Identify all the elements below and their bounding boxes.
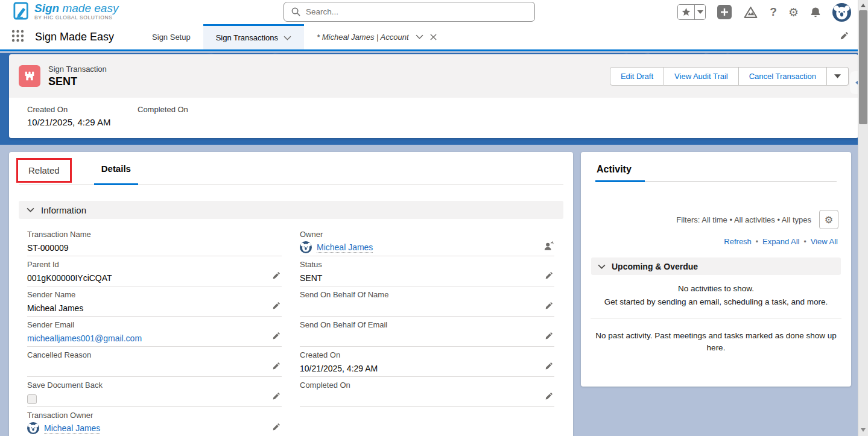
record-action-buttons: Edit Draft View Audit Trail Cancel Trans… bbox=[610, 67, 849, 86]
owner-link[interactable]: Micheal James bbox=[317, 242, 373, 253]
guidance-center-icon[interactable] bbox=[743, 6, 758, 19]
refresh-link[interactable]: Refresh bbox=[724, 237, 752, 246]
upcoming-overdue-section-header[interactable]: Upcoming & Overdue bbox=[591, 257, 841, 275]
transaction-owner-link[interactable]: Micheal James bbox=[44, 423, 100, 434]
sign-transaction-object-icon bbox=[19, 65, 40, 87]
edit-icon[interactable] bbox=[272, 423, 280, 431]
logo-subtitle: BY HIC GLOBAL SOLUTIONS bbox=[34, 14, 118, 21]
activity-settings-button[interactable]: ⚙ bbox=[819, 210, 838, 229]
tab-details[interactable]: Details bbox=[94, 152, 138, 185]
edit-icon[interactable] bbox=[272, 362, 280, 370]
favorites-split-button[interactable] bbox=[677, 4, 706, 20]
app-screen: Sign made easy BY HIC GLOBAL SOLUTIONS bbox=[0, 0, 868, 436]
edit-icon[interactable] bbox=[545, 392, 553, 400]
favorites-star-icon[interactable] bbox=[678, 5, 694, 19]
app-logo: Sign made easy BY HIC GLOBAL SOLUTIONS bbox=[13, 2, 118, 21]
record-title: SENT bbox=[48, 75, 107, 88]
field-row-send-on-behalf-of-email: Send On Behalf Of Email bbox=[300, 317, 554, 347]
avatar bbox=[300, 241, 312, 253]
detail-tabs: Related Details bbox=[19, 152, 563, 185]
more-actions-dropdown-button[interactable] bbox=[827, 67, 849, 86]
change-owner-icon[interactable] bbox=[543, 241, 554, 251]
field-row-transaction-owner: Transaction Owner Micheal James bbox=[27, 407, 282, 436]
no-activities-text: No activities to show. bbox=[581, 284, 851, 293]
page-scrollbar[interactable] bbox=[858, 0, 868, 436]
edit-draft-button[interactable]: Edit Draft bbox=[610, 67, 664, 86]
logo-document-icon bbox=[13, 2, 30, 21]
get-started-text: Get started by sending an email, schedul… bbox=[581, 297, 851, 306]
gear-icon: ⚙ bbox=[825, 214, 833, 226]
field-row-send-on-behalf-of-name: Send On Behalf Of Name bbox=[300, 286, 554, 317]
tab-sign-transactions[interactable]: Sign Transactions bbox=[203, 24, 304, 49]
record-header-card: Sign Transaction SENT Edit Draft View Au… bbox=[9, 54, 858, 138]
sender-email-link[interactable]: michealljames001@gmail.com bbox=[27, 333, 142, 343]
edit-icon[interactable] bbox=[545, 362, 553, 370]
view-audit-trail-button[interactable]: View Audit Trail bbox=[664, 67, 739, 86]
activity-panel: Activity Filters: All time • All activit… bbox=[581, 152, 851, 387]
activity-filters-text: Filters: All time • All activities • All… bbox=[676, 215, 811, 224]
edit-icon[interactable] bbox=[545, 332, 553, 340]
summary-completed-on-label: Completed On bbox=[138, 105, 248, 114]
tab-activity[interactable]: Activity bbox=[595, 162, 645, 182]
field-row-transaction-name: Transaction Name ST-000009 bbox=[27, 226, 282, 256]
upcoming-overdue-title: Upcoming & Overdue bbox=[612, 262, 698, 271]
field-row-sender-email: Sender Email michealljames001@gmail.com bbox=[27, 317, 282, 347]
edit-icon[interactable] bbox=[545, 271, 553, 280]
notifications-bell-icon[interactable] bbox=[810, 7, 821, 18]
edit-icon[interactable] bbox=[272, 302, 280, 310]
field-row-owner: Owner Micheal James bbox=[300, 226, 554, 256]
field-row-created-on: Created On 10/21/2025, 4:29 AM bbox=[300, 347, 554, 377]
app-name: Sign Made Easy bbox=[35, 31, 114, 43]
information-section-header[interactable]: Information bbox=[19, 201, 563, 219]
field-row-parent-id: Parent Id 001gK00000IYciCQAT bbox=[27, 256, 282, 286]
information-section-title: Information bbox=[41, 205, 86, 215]
view-all-link[interactable]: View All bbox=[811, 237, 838, 246]
cancel-transaction-button[interactable]: Cancel Transaction bbox=[739, 67, 827, 86]
link-separator: • bbox=[804, 238, 806, 246]
chevron-down-icon bbox=[834, 74, 841, 78]
edit-icon[interactable] bbox=[272, 271, 280, 280]
chevron-down-icon bbox=[598, 264, 606, 269]
field-row-completed-on: Completed On bbox=[300, 377, 554, 407]
field-row-cancelled-reason: Cancelled Reason bbox=[27, 347, 282, 377]
tab-related[interactable]: Related bbox=[16, 158, 72, 183]
chevron-down-icon bbox=[27, 207, 34, 212]
scroll-up-arrow[interactable] bbox=[858, 1, 868, 10]
activity-divider bbox=[591, 318, 841, 318]
summary-created-on-label: Created On bbox=[27, 105, 138, 114]
avatar bbox=[27, 422, 39, 434]
favorites-dropdown-icon[interactable] bbox=[694, 5, 705, 19]
edit-navigation-pencil-icon[interactable] bbox=[840, 31, 849, 43]
user-avatar[interactable] bbox=[832, 3, 851, 22]
chevron-down-icon[interactable] bbox=[284, 36, 291, 40]
record-object-label: Sign Transaction bbox=[48, 65, 107, 74]
search-input[interactable] bbox=[306, 7, 527, 16]
expand-all-link[interactable]: Expand All bbox=[762, 237, 799, 246]
chevron-down-icon[interactable] bbox=[416, 34, 423, 39]
link-separator: • bbox=[756, 238, 758, 246]
scrollbar-thumb[interactable] bbox=[859, 10, 867, 124]
scroll-down-arrow[interactable] bbox=[858, 425, 868, 435]
global-actions-plus-icon[interactable] bbox=[717, 5, 732, 19]
global-search[interactable] bbox=[284, 2, 535, 22]
edit-icon[interactable] bbox=[272, 332, 280, 340]
tab-micheal-james-account[interactable]: * Micheal James | Account bbox=[304, 24, 449, 49]
close-tab-icon[interactable] bbox=[430, 34, 437, 40]
field-row-sender-name: Sender Name Micheal James bbox=[27, 286, 282, 317]
field-row-status: Status SENT bbox=[300, 256, 554, 286]
summary-created-on-value: 10/21/2025, 4:29 AM bbox=[27, 117, 138, 127]
no-past-activity-text: No past activity. Past meetings and task… bbox=[595, 330, 837, 355]
app-navigation-bar: Sign Made Easy Sign Setup Sign Transacti… bbox=[0, 24, 868, 51]
tab-sign-setup[interactable]: Sign Setup bbox=[139, 24, 203, 49]
save-document-back-checkbox[interactable] bbox=[27, 394, 37, 404]
field-row-save-document-back: Save Document Back bbox=[27, 377, 282, 407]
app-launcher-icon[interactable] bbox=[11, 30, 24, 45]
logo-title: Sign made easy bbox=[34, 2, 118, 14]
search-icon bbox=[291, 7, 300, 16]
edit-icon[interactable] bbox=[545, 302, 553, 310]
edit-icon[interactable] bbox=[272, 392, 280, 400]
help-icon[interactable]: ? bbox=[770, 5, 777, 19]
record-detail-card: Related Details Information Transaction … bbox=[9, 152, 573, 436]
global-header: Sign made easy BY HIC GLOBAL SOLUTIONS bbox=[0, 0, 868, 24]
setup-gear-icon[interactable]: ⚙ bbox=[788, 5, 799, 19]
